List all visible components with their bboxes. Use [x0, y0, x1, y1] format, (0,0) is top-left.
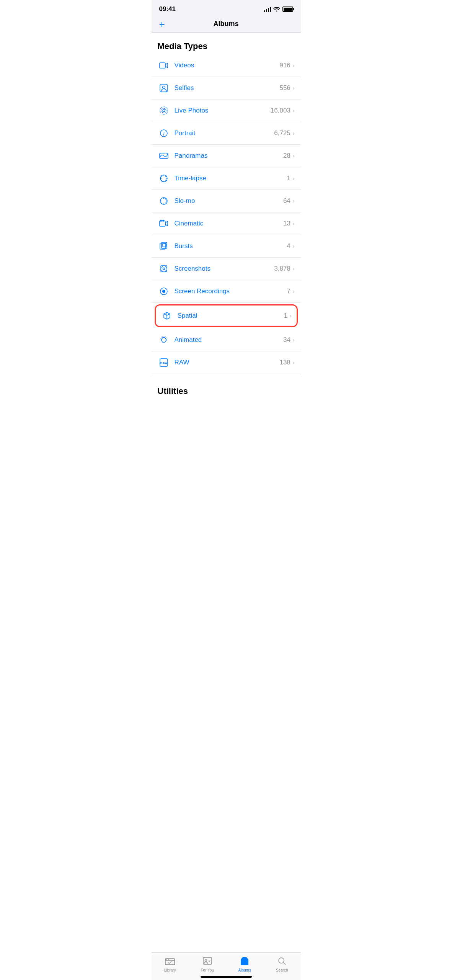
screenshots-label: Screenshots — [175, 265, 274, 273]
signal-icon — [264, 7, 271, 12]
status-time: 09:41 — [159, 5, 176, 13]
selfies-label: Selfies — [175, 84, 280, 92]
timelapse-icon — [158, 172, 170, 185]
live-photo-icon — [158, 105, 170, 117]
spatial-label: Spatial — [178, 312, 284, 320]
svg-rect-0 — [160, 63, 165, 68]
chevron-icon: › — [293, 130, 295, 136]
raw-label: RAW — [175, 359, 280, 366]
animated-label: Animated — [175, 336, 283, 344]
selfie-icon — [158, 82, 170, 94]
list-item-animated[interactable]: Animated 34 › — [152, 329, 301, 351]
spatial-icon — [161, 310, 173, 322]
svg-line-26 — [165, 203, 166, 203]
svg-rect-28 — [160, 220, 162, 221]
video-icon — [158, 59, 170, 72]
screen-recordings-label: Screen Recordings — [175, 287, 287, 295]
add-album-button[interactable]: + — [159, 19, 165, 29]
utilities-header: Utilities — [152, 378, 301, 399]
list-item-time-lapse[interactable]: Time-lapse 1 › — [152, 167, 301, 190]
svg-line-23 — [161, 199, 162, 199]
list-item-screen-recordings[interactable]: Screen Recordings 7 › — [152, 280, 301, 303]
chevron-icon: › — [293, 198, 295, 204]
svg-point-5 — [160, 107, 168, 114]
slomo-icon — [158, 195, 170, 207]
chevron-icon: › — [293, 266, 295, 272]
chevron-icon: › — [293, 359, 295, 366]
svg-rect-29 — [163, 220, 164, 221]
svg-line-20 — [165, 199, 166, 199]
screen-recording-icon — [158, 285, 170, 297]
status-icons — [264, 6, 293, 13]
list-item-live-photos[interactable]: Live Photos 16,003 › — [152, 100, 301, 122]
slo-mo-label: Slo-mo — [175, 197, 283, 205]
list-item-selfies[interactable]: Selfies 556 › — [152, 77, 301, 100]
svg-text:f: f — [163, 131, 165, 136]
bursts-count: 4 — [287, 242, 290, 250]
svg-rect-33 — [161, 266, 167, 272]
raw-count: 138 — [279, 359, 290, 366]
chevron-icon: › — [293, 153, 295, 159]
spatial-count: 1 — [284, 312, 287, 320]
bursts-label: Bursts — [175, 242, 287, 250]
svg-point-3 — [163, 109, 165, 112]
selfies-count: 556 — [279, 84, 290, 92]
svg-point-36 — [162, 290, 165, 293]
wifi-icon — [273, 6, 280, 13]
list-item-screenshots[interactable]: Screenshots 3,878 › — [152, 258, 301, 280]
svg-point-4 — [162, 108, 166, 113]
svg-line-25 — [161, 203, 162, 203]
screen-recordings-count: 7 — [287, 287, 290, 295]
portrait-count: 6,725 — [274, 129, 290, 137]
chevron-icon: › — [293, 62, 295, 69]
live-photos-label: Live Photos — [175, 107, 271, 114]
chevron-icon: › — [293, 108, 295, 114]
chevron-icon: › — [293, 85, 295, 91]
list-item-videos[interactable]: Videos 916 › — [152, 54, 301, 77]
svg-point-2 — [162, 86, 165, 89]
chevron-icon: › — [293, 175, 295, 181]
portrait-label: Portrait — [175, 129, 274, 137]
svg-point-34 — [163, 268, 165, 270]
chevron-icon: › — [293, 243, 295, 249]
battery-icon — [282, 7, 293, 12]
chevron-icon: › — [290, 313, 292, 319]
list-item-panoramas[interactable]: Panoramas 28 › — [152, 145, 301, 167]
time-lapse-count: 1 — [287, 175, 290, 182]
svg-rect-27 — [160, 221, 165, 226]
panoramas-label: Panoramas — [175, 152, 283, 160]
list-item-slo-mo[interactable]: Slo-mo 64 › — [152, 190, 301, 212]
media-types-title: Media Types — [158, 41, 207, 51]
list-item-portrait[interactable]: f Portrait 6,725 › — [152, 122, 301, 145]
list-item-bursts[interactable]: Bursts 4 › — [152, 235, 301, 258]
portrait-icon: f — [158, 127, 170, 139]
chevron-icon: › — [293, 337, 295, 343]
chevron-icon: › — [293, 288, 295, 294]
svg-line-15 — [165, 180, 166, 181]
page-title: Albums — [213, 20, 238, 28]
list-item-cinematic[interactable]: Cinematic 13 › — [152, 212, 301, 235]
slo-mo-count: 64 — [283, 197, 290, 205]
animated-count: 34 — [283, 336, 290, 344]
nav-header: + Albums — [152, 16, 301, 33]
media-types-header: Media Types — [152, 33, 301, 54]
screenshots-count: 3,878 — [274, 265, 290, 273]
raw-icon: RAW — [158, 356, 170, 369]
screenshot-icon — [158, 263, 170, 275]
animated-icon — [158, 334, 170, 346]
time-lapse-label: Time-lapse — [175, 175, 287, 182]
cinematic-count: 13 — [283, 220, 290, 227]
list-item-spatial[interactable]: Spatial 1 › — [155, 304, 298, 327]
svg-line-17 — [161, 180, 162, 181]
svg-line-16 — [165, 176, 166, 177]
svg-line-14 — [161, 176, 162, 177]
burst-icon — [158, 240, 170, 252]
live-photos-count: 16,003 — [271, 107, 290, 114]
panoramas-count: 28 — [283, 152, 290, 160]
status-bar: 09:41 — [152, 0, 301, 16]
utilities-title: Utilities — [158, 386, 188, 396]
panorama-icon — [158, 150, 170, 162]
videos-label: Videos — [175, 62, 280, 69]
list-item-raw[interactable]: RAW RAW 138 › — [152, 351, 301, 374]
content-area: Media Types Videos 916 › Selfies 556 › — [152, 33, 301, 430]
